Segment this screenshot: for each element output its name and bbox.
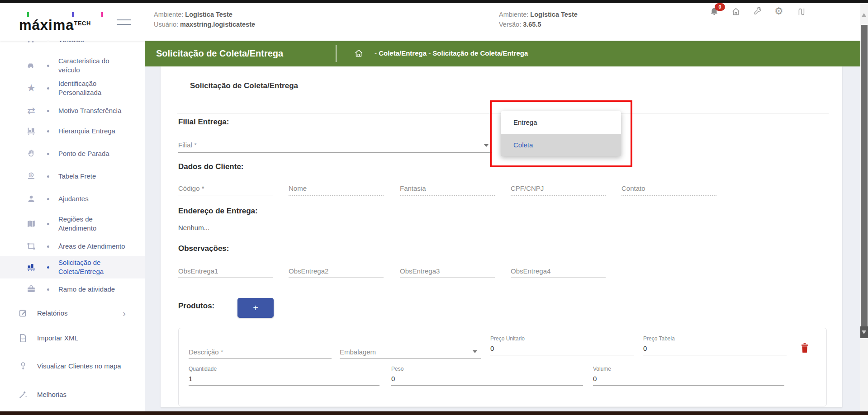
obs-entrega3-input[interactable]: ObsEntrega3 bbox=[400, 263, 495, 278]
preco-unitario-label: Preço Unitario bbox=[490, 335, 634, 342]
dropdown-option-entrega[interactable]: Entrega bbox=[501, 111, 621, 134]
vertical-scrollbar[interactable] bbox=[860, 3, 868, 411]
sidebar-item-caracteristica-veiculo[interactable]: Caracteristica do veículo bbox=[0, 54, 145, 77]
breadcrumb-home-icon[interactable] bbox=[354, 48, 364, 58]
peso-label: Peso bbox=[391, 366, 583, 372]
page-title: Solicitação de Coleta/Entrega bbox=[156, 48, 283, 59]
pallet-truck-icon bbox=[25, 126, 37, 137]
browser-top-bar bbox=[0, 0, 868, 3]
sidebar-item-regioes-atendimento[interactable]: Regiões de Atendimento bbox=[0, 212, 145, 235]
sidebar-item-hierarquia-entrega[interactable]: Hierarquia Entrega bbox=[0, 125, 145, 137]
sidebar-item-ramo-atividade[interactable]: Ramo de atividade bbox=[0, 283, 145, 296]
sidebar-item-ajudantes[interactable]: Ajudantes bbox=[0, 193, 145, 205]
submenu-bullet bbox=[47, 288, 49, 291]
sidebar-item-ponto-de-parada[interactable]: Ponto de Parada bbox=[0, 147, 145, 160]
submenu-bullet bbox=[47, 65, 49, 67]
sidebar-item-label: Importar XML bbox=[37, 334, 123, 343]
quantidade-label: Quantidade bbox=[189, 366, 379, 372]
sidebar-item-melhorias[interactable]: Melhorias bbox=[0, 388, 145, 401]
sidebar-item-importar-xml[interactable]: </> Importar XML bbox=[0, 331, 145, 345]
embalagem-placeholder: Embalagem bbox=[340, 348, 376, 356]
submenu-bullet bbox=[47, 223, 49, 225]
home-icon[interactable] bbox=[731, 7, 741, 17]
form-title: Solicitação de Coleta/Entrega bbox=[190, 81, 298, 90]
obs-entrega1-input[interactable]: ObsEntrega1 bbox=[178, 263, 273, 278]
submenu-bullet bbox=[47, 245, 49, 248]
submenu-bullet bbox=[47, 153, 49, 155]
quantidade-input[interactable]: Quantidade 1 bbox=[189, 366, 379, 386]
menu-toggle-button[interactable] bbox=[117, 19, 131, 28]
preco-unitario-input[interactable]: Preço Unitario 0 bbox=[490, 335, 634, 355]
titlebar-divider bbox=[336, 45, 337, 62]
dropdown-option-coleta[interactable]: Coleta bbox=[501, 134, 621, 156]
scroll-down-button[interactable] bbox=[860, 326, 868, 338]
chevron-down-icon bbox=[484, 144, 489, 147]
volume-label: Volume bbox=[593, 366, 784, 372]
sidebar: Veículos Caracteristica do veículo ★ Ide… bbox=[0, 0, 145, 411]
route-icon[interactable] bbox=[796, 7, 806, 17]
products-section-label: Produtos: bbox=[178, 302, 214, 311]
obs-entrega4-input[interactable]: ObsEntrega4 bbox=[511, 263, 606, 278]
version-label: Versão: bbox=[499, 21, 521, 28]
wrench-icon[interactable] bbox=[753, 7, 763, 17]
sidebar-item-label: Tabela Frete bbox=[58, 172, 127, 181]
sidebar-item-visualizar-clientes-mapa[interactable]: Visualizar Clientes no mapa bbox=[0, 355, 145, 377]
preco-tabela-input[interactable]: Preço Tabela 0 bbox=[643, 335, 787, 355]
logo-word: máximaTECH bbox=[19, 17, 91, 33]
submenu-bullet bbox=[47, 175, 49, 178]
cpf-cnpj-placeholder: CPF/CNPJ bbox=[511, 184, 544, 192]
sidebar-item-motivo-transferencia[interactable]: ⇄ Motivo Transferência bbox=[0, 99, 145, 122]
submenu-bullet bbox=[47, 130, 49, 132]
area-icon bbox=[25, 241, 37, 252]
sidebar-item-areas-atendimento[interactable]: Áreas de Atendimento bbox=[0, 235, 145, 258]
codigo-input[interactable]: Código * bbox=[178, 180, 273, 195]
sidebar-item-identificacao-personalizada[interactable]: ★ Identificação Personalizada bbox=[0, 77, 145, 99]
obs1-placeholder: ObsEntrega1 bbox=[178, 267, 218, 275]
nome-input[interactable]: Nome bbox=[289, 180, 384, 196]
star-icon: ★ bbox=[25, 83, 37, 94]
taskbar-strip bbox=[0, 411, 868, 415]
filial-select[interactable]: Filial * bbox=[178, 134, 492, 153]
descricao-placeholder: Descrição * bbox=[189, 348, 223, 356]
env-value: Logística Teste bbox=[530, 11, 577, 18]
peso-value: 0 bbox=[391, 375, 583, 382]
map-icon bbox=[25, 218, 37, 229]
obs-entrega2-input[interactable]: ObsEntrega2 bbox=[289, 263, 384, 278]
breadcrumb: - Coleta/Entrega - Solicitação de Coleta… bbox=[375, 49, 528, 57]
scrollbar-thumb[interactable] bbox=[861, 25, 868, 326]
xml-file-icon: </> bbox=[17, 333, 29, 344]
app-header: máximaTECH Ambiente: Logística Teste Usu… bbox=[0, 3, 860, 41]
obs3-placeholder: ObsEntrega3 bbox=[400, 267, 440, 275]
chevron-right-icon: › bbox=[123, 308, 126, 319]
sidebar-item-label: Melhorias bbox=[37, 390, 123, 399]
contato-input[interactable]: Contato bbox=[621, 180, 716, 196]
pallet-icon bbox=[25, 262, 37, 273]
product-row-card: Descrição * Embalagem Preço Unitario 0 P… bbox=[178, 328, 827, 406]
sidebar-item-relatorios[interactable]: Relatórios › bbox=[0, 307, 145, 320]
logo-green-tick bbox=[27, 12, 29, 17]
notification-badge: 0 bbox=[715, 3, 725, 11]
embalagem-select[interactable]: Embalagem bbox=[340, 344, 481, 359]
wand-icon bbox=[17, 389, 29, 400]
address-value: Nenhum... bbox=[178, 224, 209, 231]
volume-input[interactable]: Volume 0 bbox=[593, 366, 784, 386]
delete-product-button[interactable] bbox=[800, 343, 809, 354]
submenu-bullet bbox=[47, 87, 49, 90]
logo-pink-tick bbox=[101, 12, 103, 17]
peso-input[interactable]: Peso 0 bbox=[391, 366, 583, 386]
preco-unitario-value: 0 bbox=[490, 344, 634, 352]
sidebar-item-solicitacao-coleta-entrega[interactable]: Solicitação de Coleta/Entrega bbox=[0, 256, 145, 278]
sidebar-item-label: Caracteristica do veículo bbox=[58, 57, 127, 75]
obs-section-label: Observações: bbox=[178, 244, 229, 253]
fantasia-placeholder: Fantasia bbox=[400, 184, 426, 192]
cpf-cnpj-input[interactable]: CPF/CNPJ bbox=[511, 180, 606, 196]
add-product-button[interactable]: + bbox=[237, 298, 274, 318]
fantasia-input[interactable]: Fantasia bbox=[400, 180, 495, 196]
scroll-up-arrow-icon[interactable] bbox=[862, 13, 866, 17]
descricao-input[interactable]: Descrição * bbox=[189, 344, 332, 359]
sidebar-item-tabela-frete[interactable]: $ Tabela Frete bbox=[0, 170, 145, 183]
gear-icon[interactable]: ⚙ bbox=[774, 7, 784, 17]
bell-icon[interactable]: 0 bbox=[709, 7, 719, 17]
sidebar-item-label: Solicitação de Coleta/Entrega bbox=[58, 258, 127, 276]
maximatech-logo: máximaTECH bbox=[19, 13, 109, 34]
